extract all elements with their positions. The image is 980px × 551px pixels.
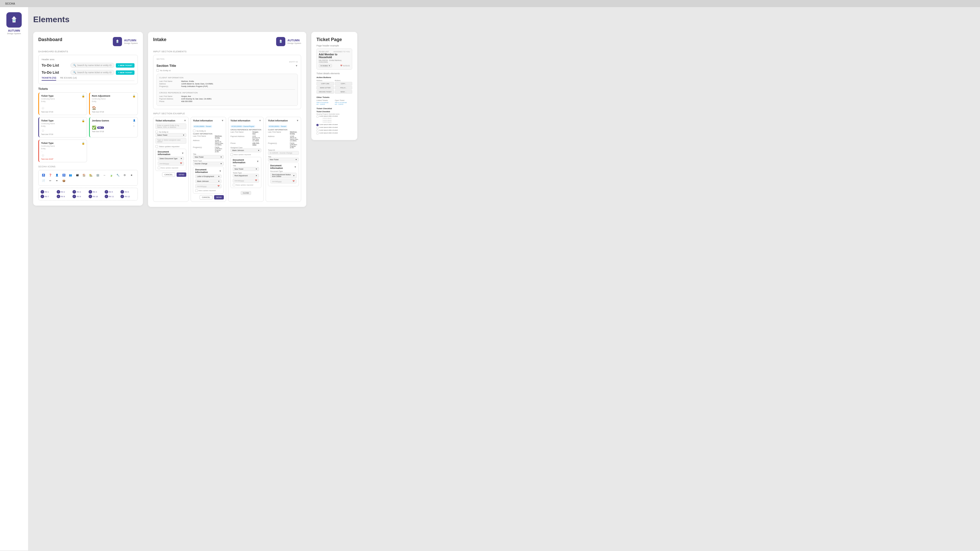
open-ticket-1[interactable]: Add to household [335, 102, 352, 103]
copy-link-btn[interactable]: COPY LINK [317, 82, 334, 86]
status-cb-1[interactable] [156, 145, 158, 148]
assigned-case-3[interactable]: Marie Johnson ▼ [231, 148, 261, 152]
status-cb-3[interactable] [231, 153, 233, 156]
linked-ticket-2[interactable]: HA - 123415 [317, 103, 334, 105]
tickets-section: Tickets 🔒 Ticket Type Continuing NameEnt… [38, 87, 138, 162]
icons-section: SCCHA Icons ♿ ❓ 👤 ♿ 👥 👨‍👩‍👧 🏠 🏡 🏢 ↔ 🍃 [38, 165, 138, 200]
linked-ticket-1[interactable]: Add to household [317, 102, 334, 103]
badge-rx9: ✓RX 9 [73, 195, 88, 198]
title-4[interactable]: New Ticket ▼ [268, 158, 299, 162]
sidebar: AUTUMN Design System [0, 7, 28, 551]
icon-star: ★ [129, 173, 134, 177]
icon-building: 🏢 [95, 173, 100, 177]
select-ticket-1[interactable]: Select Ticket ▼ [156, 133, 186, 137]
badge-rx7: ✓RX 7 [41, 195, 56, 198]
open-ticket-2[interactable]: HA - 123415 [335, 103, 352, 105]
assigned-2[interactable]: Marie Johnson ▼ [195, 179, 221, 183]
send-letter-btn[interactable]: SEND LETTER [317, 86, 334, 89]
icon-group: 👨‍👩‍👧 [75, 173, 80, 177]
ticket-details-section: Ticket details elements Action Buttons A… [317, 72, 352, 135]
title-3[interactable]: New Ticket ▼ [233, 167, 259, 171]
form-card-3: Ticket Information ▼ #C00126930 - Owner/… [228, 117, 264, 202]
assigned-case-1[interactable]: Type or Select assigned case worker [156, 138, 186, 144]
badge-rx8: ✓RX 8 [57, 195, 72, 198]
doc-type-select-1[interactable]: Select Document Type ▼ [158, 157, 184, 160]
checkbox-4[interactable] [317, 130, 318, 132]
doc-type-2[interactable]: Letter of Employment ▼ [195, 175, 221, 178]
ticket-card-1[interactable]: 🔒 Ticket Type Continuing NameEntity ☺ Ta… [38, 92, 87, 115]
title-select-2[interactable]: New Ticket ▼ [193, 155, 224, 159]
date-4[interactable]: mm/dd/yyyy 📅 [270, 179, 297, 183]
icon-file: 📄 [41, 178, 46, 183]
search-box-2[interactable]: 🔍 Search by name ticket or entity ID [70, 70, 115, 75]
doc-info-2: Document Information ▼ Letter of Employm… [193, 167, 224, 194]
icon-pencil: ✒ [55, 178, 59, 183]
follow-btn[interactable]: FOLLO... [335, 86, 352, 89]
doc-status-cb-1[interactable] [158, 167, 160, 169]
checkbox-2-checked[interactable]: ✓ [317, 124, 318, 126]
checklist-section: Ticket Checklist Housing Program Special… [317, 111, 352, 135]
search-box-1[interactable]: 🔍 Search by name ticket or entity ID [70, 63, 115, 68]
checklist-item-3: Lorem ipsum dolor sit amet [317, 127, 352, 129]
page-header-label: Page header example [317, 44, 352, 47]
entity-highlight-4: #C00126091 - Tenant [268, 125, 287, 127]
send-btn-2[interactable]: SEND [214, 195, 224, 200]
no-entity-cb-1[interactable] [156, 130, 158, 133]
tabs-row: TICKETS (72) RE EXAMS (14) [41, 76, 135, 81]
checkbox-5[interactable] [317, 132, 318, 135]
lock-icon-3: 🔒 [82, 119, 85, 122]
badge-grid: ✓RX 1 ✓RX 2 ✓RX 3 ✓RX 4 ✓RX 5 ✓RX 6 ✓RX … [38, 188, 138, 200]
date-3[interactable]: mm/dd/yyyy 📅 [233, 179, 259, 183]
checkbox-3[interactable] [317, 127, 318, 129]
badge-rx12: ✓RX 12 [121, 195, 135, 198]
archive-ticket-btn[interactable]: ARCHIVE TICKET [317, 90, 334, 94]
effective-date-1[interactable]: mm/dd/yyyy 📅 [158, 162, 184, 165]
cancel-btn-1[interactable]: CANCEL [162, 172, 175, 177]
tab-tickets[interactable]: TICKETS (72) [41, 76, 56, 81]
doc-status-cb-3[interactable] [233, 184, 235, 186]
no-entity-cb-2[interactable] [193, 130, 196, 132]
new-ticket-button-2[interactable]: + NEW TICKET [116, 70, 135, 75]
intake-panel: Intake AUTUMN Design System [148, 32, 306, 207]
cancel-btn-2[interactable]: CANCEL [200, 195, 212, 200]
ticket-page-panel: Ticket Page Page header example TO-DO LI… [311, 32, 357, 140]
ticket-card-jordana[interactable]: 👤 ✓ ⚙ Jordana Games ✅ RIK 1 Task due 07/… [89, 117, 138, 138]
ticket-card-5[interactable]: 🔒 Ticket Type Continuing NameEntity... ☺… [38, 140, 87, 162]
entity-search-field-1[interactable]: Enter or search Entity ID by Name, SSN, … [156, 124, 186, 129]
doc-type-4[interactable]: Rent Adjustment Notice from Owner ▼ [270, 173, 297, 178]
ticket-type-3[interactable]: Rent Adjustment ▼ [233, 174, 259, 178]
todo-row-2: To-Do List 🔍 Search by name ticket or en… [41, 70, 135, 75]
dashboard-section-label: Dashboard elements [38, 50, 138, 53]
doc-status-cb-2[interactable] [195, 189, 198, 192]
close-btn-3[interactable]: CLOSE [241, 191, 251, 195]
lock-icon-2: 🔒 [132, 95, 135, 97]
dashboard-panel: Dashboard AUTUMN Design System [33, 32, 143, 206]
doc-info-1: Document Information ▼ Select Document T… [156, 149, 186, 171]
date-2[interactable]: mm/dd/yyyy 📅 [195, 184, 221, 188]
new-ticket-button-1[interactable]: + NEW TICKET [116, 63, 135, 68]
ticket-card-2[interactable]: 🔒 Rent Adjustment Continuing NameEntity.… [89, 92, 138, 115]
ticket-card-3[interactable]: 🔒 Ticket Type Continuing NameEntity ☺ Ta… [38, 117, 87, 138]
icon-home2: 🏡 [89, 173, 93, 177]
section-title-box: SECTION ENTITY ID Section Title ▼ No Ent… [153, 55, 301, 109]
autumn-logo-dashboard: AUTUMN Design System [113, 37, 138, 46]
intake-panel-title: Intake [153, 37, 166, 42]
tab-re-exams[interactable]: RE EXAMS (14) [60, 76, 77, 81]
checkbox-1[interactable] [317, 116, 318, 118]
icons-grid: ♿ ❓ 👤 ♿ 👥 👨‍👩‍👧 🏠 🏡 🏢 ↔ 🍃 🔧 ⚙ ★ [38, 170, 138, 186]
icon-question: ❓ [48, 173, 52, 177]
svg-point-1 [117, 41, 118, 43]
form-card-2: Ticket Information ▼ #C00126890 - Tenant… [191, 117, 226, 202]
copy-btn-2[interactable]: COPY... [335, 82, 352, 86]
icon-wheelchair: ♿ [62, 173, 66, 177]
no-entity-checkbox[interactable] [156, 69, 159, 72]
page-title: Elements [33, 15, 972, 24]
entity-highlight-3: #C00126930 - Owner/Payee [231, 125, 255, 127]
icon-transfer: ↔ [102, 173, 107, 177]
status-select[interactable]: In review ▼ [319, 64, 332, 67]
lock-icon-5: 🔒 [82, 142, 85, 144]
send-btn-3[interactable]: SEND ... [335, 90, 352, 94]
page-header-card: TO-DO LIST ASSIGNED TO YOU Add Member to… [317, 48, 352, 70]
send-btn-1[interactable]: SEND [177, 172, 186, 177]
ticket-type-select-2[interactable]: Income Change ▼ [193, 162, 224, 165]
